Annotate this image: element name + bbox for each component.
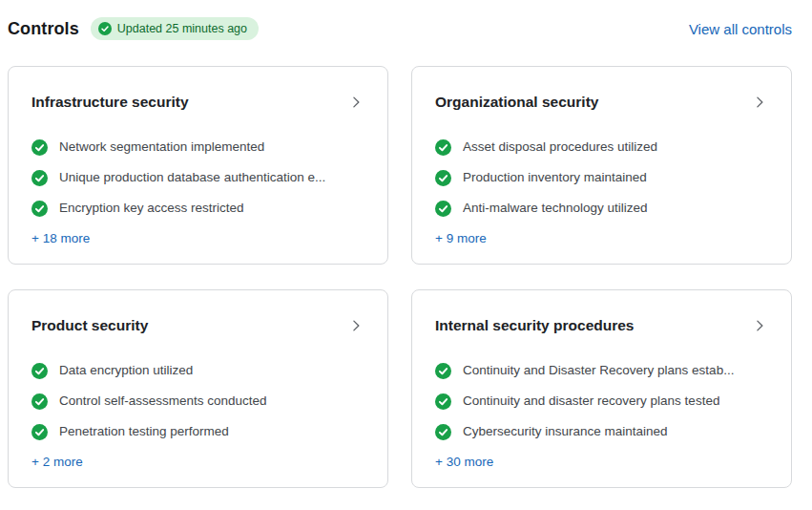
control-item-label: Penetration testing performed (59, 422, 229, 441)
card-title: Organizational security (435, 94, 598, 111)
control-item: Encryption key access restricted (31, 199, 364, 218)
card-infrastructure-security[interactable]: Infrastructure security Network segmenta… (8, 66, 388, 265)
controls-page: Controls Updated 25 minutes ago View all… (0, 0, 812, 488)
updated-status-badge: Updated 25 minutes ago (91, 17, 259, 40)
control-item-label: Anti-malware technology utilized (463, 199, 648, 218)
card-title: Internal security procedures (435, 317, 634, 334)
check-circle-icon (31, 170, 48, 186)
control-item: Continuity and disaster recovery plans t… (435, 392, 768, 411)
controls-grid: Infrastructure security Network segmenta… (8, 66, 792, 488)
control-item-label: Continuity and disaster recovery plans t… (463, 392, 719, 411)
control-item-label: Network segmentation implemented (59, 138, 264, 157)
control-item-label: Encryption key access restricted (59, 199, 244, 218)
chevron-right-icon[interactable] (347, 317, 364, 334)
more-controls-link[interactable]: + 18 more (31, 230, 90, 247)
check-circle-icon (435, 393, 451, 410)
check-circle-icon (31, 363, 48, 379)
control-item: Control self-assessments conducted (31, 392, 364, 411)
control-item-label: Control self-assessments conducted (59, 392, 267, 411)
control-item: Unique production database authenticatio… (31, 168, 364, 187)
more-controls-link[interactable]: + 2 more (31, 454, 83, 471)
check-circle-icon (435, 201, 451, 217)
control-item-label: Data encryption utilized (59, 361, 193, 380)
card-title: Product security (31, 317, 148, 334)
check-circle-icon (435, 139, 451, 156)
control-item: Data encryption utilized (31, 361, 364, 380)
control-item: Asset disposal procedures utilized (435, 138, 768, 157)
card-product-security[interactable]: Product security Data encryption utilize… (8, 289, 388, 488)
more-controls-link[interactable]: + 30 more (435, 454, 493, 471)
chevron-right-icon[interactable] (751, 94, 768, 111)
check-circle-icon (31, 424, 48, 440)
check-circle-icon (435, 424, 451, 440)
card-title: Infrastructure security (31, 94, 189, 111)
check-circle-icon (98, 22, 112, 35)
card-header: Product security (31, 315, 364, 336)
page-header: Controls Updated 25 minutes ago View all… (8, 15, 792, 42)
chevron-right-icon[interactable] (751, 317, 768, 334)
control-item-label: Production inventory maintained (463, 168, 647, 187)
view-all-controls-link[interactable]: View all controls (689, 21, 792, 37)
control-item-label: Asset disposal procedures utilized (463, 138, 657, 157)
card-header: Organizational security (435, 92, 768, 113)
card-organizational-security[interactable]: Organizational security Asset disposal p… (411, 66, 792, 265)
control-item: Penetration testing performed (31, 422, 364, 441)
card-header: Internal security procedures (435, 315, 768, 336)
control-item: Production inventory maintained (435, 168, 768, 187)
check-circle-icon (31, 139, 48, 156)
more-controls-link[interactable]: + 9 more (435, 230, 487, 247)
control-item-label: Continuity and Disaster Recovery plans e… (463, 361, 734, 380)
control-item-label: Unique production database authenticatio… (59, 168, 325, 187)
control-item-label: Cybersecurity insurance maintained (463, 422, 668, 441)
chevron-right-icon[interactable] (347, 94, 364, 111)
check-circle-icon (435, 363, 451, 379)
check-circle-icon (31, 393, 48, 410)
control-item: Network segmentation implemented (31, 138, 364, 157)
control-item: Continuity and Disaster Recovery plans e… (435, 361, 768, 380)
control-item: Anti-malware technology utilized (435, 199, 768, 218)
check-circle-icon (31, 201, 48, 217)
page-title: Controls (8, 19, 79, 39)
card-internal-security-procedures[interactable]: Internal security procedures Continuity … (411, 289, 792, 488)
card-header: Infrastructure security (31, 92, 364, 113)
check-circle-icon (435, 170, 451, 186)
control-item: Cybersecurity insurance maintained (435, 422, 768, 441)
updated-status-label: Updated 25 minutes ago (117, 23, 247, 35)
